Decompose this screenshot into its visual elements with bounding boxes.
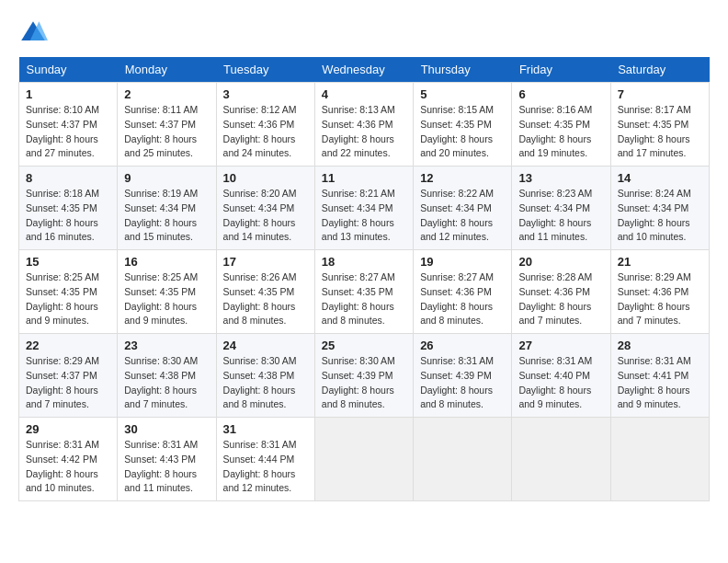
calendar-cell: 21 Sunrise: 8:29 AMSunset: 4:36 PMDaylig… [610,250,709,334]
day-number: 25 [322,339,406,352]
calendar-cell: 16 Sunrise: 8:25 AMSunset: 4:35 PMDaylig… [118,250,216,334]
calendar-cell: 20 Sunrise: 8:28 AMSunset: 4:36 PMDaylig… [512,250,610,334]
day-number: 8 [26,171,110,185]
calendar-cell: 17 Sunrise: 8:26 AMSunset: 4:35 PMDaylig… [216,250,314,334]
day-number: 30 [124,422,209,436]
col-header-saturday: Saturday [610,57,709,83]
day-info: Sunrise: 8:11 AMSunset: 4:37 PMDaylight:… [124,103,209,161]
day-info: Sunrise: 8:30 AMSunset: 4:38 PMDaylight:… [124,354,209,412]
day-number: 2 [124,87,209,101]
day-number: 7 [618,87,702,101]
day-number: 27 [518,339,603,352]
day-info: Sunrise: 8:13 AMSunset: 4:36 PMDaylight:… [322,103,406,161]
calendar-cell: 19 Sunrise: 8:27 AMSunset: 4:36 PMDaylig… [414,250,512,334]
day-info: Sunrise: 8:15 AMSunset: 4:35 PMDaylight:… [420,103,505,161]
day-number: 1 [26,87,110,101]
calendar-cell: 10 Sunrise: 8:20 AMSunset: 4:34 PMDaylig… [216,167,314,250]
day-number: 6 [518,87,603,101]
calendar-cell: 9 Sunrise: 8:19 AMSunset: 4:34 PMDayligh… [118,167,216,250]
day-info: Sunrise: 8:23 AMSunset: 4:34 PMDaylight:… [518,187,603,245]
calendar-cell: 15 Sunrise: 8:25 AMSunset: 4:35 PMDaylig… [19,250,118,334]
calendar: SundayMondayTuesdayWednesdayThursdayFrid… [18,57,710,501]
day-number: 13 [518,171,603,185]
day-number: 21 [618,255,702,269]
day-info: Sunrise: 8:12 AMSunset: 4:36 PMDaylight:… [223,103,308,161]
calendar-cell: 25 Sunrise: 8:30 AMSunset: 4:39 PMDaylig… [314,334,413,418]
day-number: 18 [322,255,406,269]
calendar-row-4: 29 Sunrise: 8:31 AMSunset: 4:42 PMDaylig… [19,418,710,501]
day-number: 11 [322,171,406,185]
day-info: Sunrise: 8:28 AMSunset: 4:36 PMDaylight:… [518,270,603,328]
day-number: 14 [618,171,702,185]
day-info: Sunrise: 8:10 AMSunset: 4:37 PMDaylight:… [26,103,110,161]
calendar-cell: 2 Sunrise: 8:11 AMSunset: 4:37 PMDayligh… [118,83,216,167]
day-info: Sunrise: 8:21 AMSunset: 4:34 PMDaylight:… [322,187,406,245]
col-header-sunday: Sunday [19,57,118,83]
calendar-cell: 29 Sunrise: 8:31 AMSunset: 4:42 PMDaylig… [19,418,118,501]
col-header-thursday: Thursday [414,57,512,83]
day-info: Sunrise: 8:19 AMSunset: 4:34 PMDaylight:… [124,187,209,245]
day-info: Sunrise: 8:29 AMSunset: 4:37 PMDaylight:… [26,354,110,412]
day-info: Sunrise: 8:27 AMSunset: 4:35 PMDaylight:… [322,270,406,328]
calendar-cell: 12 Sunrise: 8:22 AMSunset: 4:34 PMDaylig… [414,167,512,250]
calendar-cell: 23 Sunrise: 8:30 AMSunset: 4:38 PMDaylig… [118,334,216,418]
calendar-cell: 24 Sunrise: 8:30 AMSunset: 4:38 PMDaylig… [216,334,314,418]
calendar-row-0: 1 Sunrise: 8:10 AMSunset: 4:37 PMDayligh… [19,83,710,167]
day-info: Sunrise: 8:18 AMSunset: 4:35 PMDaylight:… [26,187,110,245]
calendar-cell: 27 Sunrise: 8:31 AMSunset: 4:40 PMDaylig… [512,334,610,418]
day-number: 24 [223,339,308,352]
calendar-cell: 8 Sunrise: 8:18 AMSunset: 4:35 PMDayligh… [19,167,118,250]
col-header-friday: Friday [512,57,610,83]
col-header-wednesday: Wednesday [314,57,413,83]
day-number: 20 [518,255,603,269]
day-info: Sunrise: 8:22 AMSunset: 4:34 PMDaylight:… [420,187,505,245]
day-number: 31 [223,422,308,436]
calendar-cell: 28 Sunrise: 8:31 AMSunset: 4:41 PMDaylig… [610,334,709,418]
day-number: 29 [26,422,110,436]
day-info: Sunrise: 8:31 AMSunset: 4:41 PMDaylight:… [618,354,702,412]
day-number: 26 [420,339,505,352]
day-info: Sunrise: 8:31 AMSunset: 4:44 PMDaylight:… [223,438,308,496]
day-number: 9 [124,171,209,185]
header [18,18,710,48]
day-info: Sunrise: 8:31 AMSunset: 4:42 PMDaylight:… [26,438,110,496]
col-header-tuesday: Tuesday [216,57,314,83]
calendar-cell: 22 Sunrise: 8:29 AMSunset: 4:37 PMDaylig… [19,334,118,418]
day-info: Sunrise: 8:20 AMSunset: 4:34 PMDaylight:… [223,187,308,245]
col-header-monday: Monday [118,57,216,83]
day-info: Sunrise: 8:31 AMSunset: 4:43 PMDaylight:… [124,438,209,496]
calendar-row-2: 15 Sunrise: 8:25 AMSunset: 4:35 PMDaylig… [19,250,710,334]
day-info: Sunrise: 8:24 AMSunset: 4:34 PMDaylight:… [618,187,702,245]
day-info: Sunrise: 8:25 AMSunset: 4:35 PMDaylight:… [124,270,209,328]
day-info: Sunrise: 8:27 AMSunset: 4:36 PMDaylight:… [420,270,505,328]
day-number: 28 [618,339,702,352]
calendar-cell: 18 Sunrise: 8:27 AMSunset: 4:35 PMDaylig… [314,250,413,334]
calendar-cell: 4 Sunrise: 8:13 AMSunset: 4:36 PMDayligh… [314,83,413,167]
day-info: Sunrise: 8:17 AMSunset: 4:35 PMDaylight:… [618,103,702,161]
calendar-cell: 3 Sunrise: 8:12 AMSunset: 4:36 PMDayligh… [216,83,314,167]
day-number: 19 [420,255,505,269]
day-info: Sunrise: 8:31 AMSunset: 4:39 PMDaylight:… [420,354,505,412]
calendar-cell [314,418,413,501]
day-info: Sunrise: 8:26 AMSunset: 4:35 PMDaylight:… [223,270,308,328]
calendar-cell: 11 Sunrise: 8:21 AMSunset: 4:34 PMDaylig… [314,167,413,250]
calendar-cell: 13 Sunrise: 8:23 AMSunset: 4:34 PMDaylig… [512,167,610,250]
day-number: 3 [223,87,308,101]
calendar-cell: 14 Sunrise: 8:24 AMSunset: 4:34 PMDaylig… [610,167,709,250]
day-info: Sunrise: 8:30 AMSunset: 4:38 PMDaylight:… [223,354,308,412]
calendar-cell: 7 Sunrise: 8:17 AMSunset: 4:35 PMDayligh… [610,83,709,167]
calendar-cell: 1 Sunrise: 8:10 AMSunset: 4:37 PMDayligh… [19,83,118,167]
calendar-cell: 5 Sunrise: 8:15 AMSunset: 4:35 PMDayligh… [414,83,512,167]
calendar-row-3: 22 Sunrise: 8:29 AMSunset: 4:37 PMDaylig… [19,334,710,418]
logo [18,18,51,48]
day-number: 17 [223,255,308,269]
day-number: 16 [124,255,209,269]
calendar-cell: 6 Sunrise: 8:16 AMSunset: 4:35 PMDayligh… [512,83,610,167]
day-info: Sunrise: 8:30 AMSunset: 4:39 PMDaylight:… [322,354,406,412]
calendar-cell [414,418,512,501]
day-info: Sunrise: 8:29 AMSunset: 4:36 PMDaylight:… [618,270,702,328]
day-info: Sunrise: 8:25 AMSunset: 4:35 PMDaylight:… [26,270,110,328]
day-number: 12 [420,171,505,185]
day-number: 23 [124,339,209,352]
day-number: 4 [322,87,406,101]
